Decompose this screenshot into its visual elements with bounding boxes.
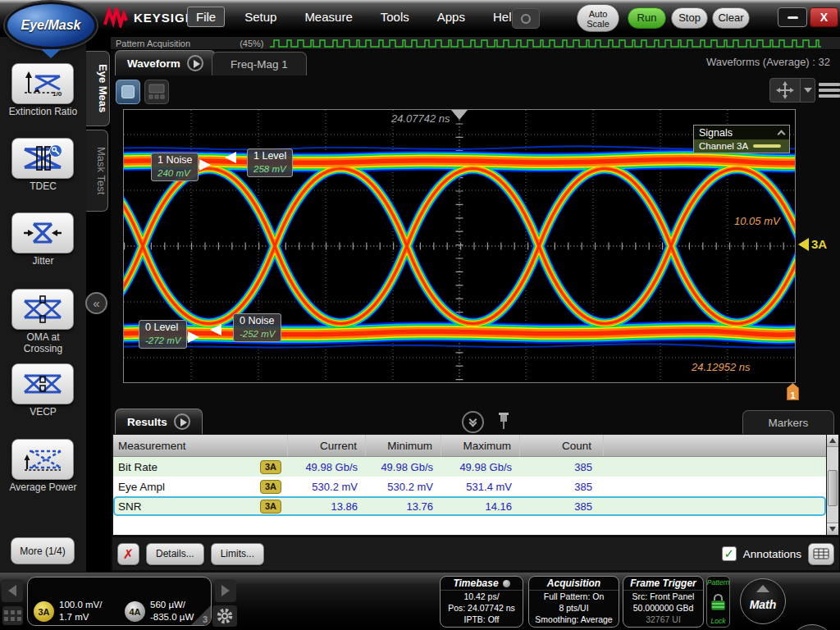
annotation-0-noise[interactable]: 0 Noise-252 mV: [233, 313, 281, 342]
source-badge: 3A: [260, 500, 281, 514]
col-measurement[interactable]: Measurement: [113, 435, 288, 456]
channel-settings-button[interactable]: [212, 605, 237, 627]
annotation-0-level[interactable]: 0 Level-272 mV: [139, 320, 187, 349]
pin-button[interactable]: [498, 411, 509, 432]
details-button[interactable]: Details...: [146, 543, 204, 565]
tab-markers[interactable]: Markers: [742, 410, 834, 434]
channel-3a-badge[interactable]: 3A: [34, 601, 54, 622]
delete-measurement-button[interactable]: [117, 543, 139, 565]
arrow-right-icon: [221, 585, 230, 596]
run-button[interactable]: Run: [628, 7, 666, 29]
signals-legend-title: Signals: [699, 127, 733, 139]
svg-text:1/0: 1/0: [52, 90, 62, 98]
play-circle-icon[interactable]: [174, 413, 190, 430]
tool-oma-at-crossing[interactable]: [11, 289, 74, 330]
tab-eye-meas[interactable]: Eye Meas: [86, 51, 110, 126]
chevron-up-icon[interactable]: [778, 130, 786, 139]
channel-pages-button[interactable]: [2, 606, 23, 625]
channel-3a-marker[interactable]: 3A: [798, 237, 827, 251]
level-readout: 10.05 mV: [734, 215, 780, 227]
channels-next-button[interactable]: [215, 579, 236, 602]
single-view-button[interactable]: [116, 80, 140, 104]
source-badge: 3A: [260, 480, 281, 494]
acquisition-percent: (45%): [240, 39, 263, 48]
more-tools-button[interactable]: More (1/4): [11, 537, 75, 564]
annotation-1-level[interactable]: 1 Level258 mV: [247, 148, 293, 177]
close-button[interactable]: X: [810, 7, 838, 27]
minimize-button[interactable]: [778, 7, 807, 27]
menu-tools[interactable]: Tools: [372, 7, 418, 26]
display-menu-button[interactable]: [819, 78, 840, 103]
jitter-icon: [23, 220, 62, 246]
table-row[interactable]: Eye Ampl3A 530.2 mV 530.2 mV 531.4 mV 38…: [113, 477, 826, 496]
pan-options-dropdown[interactable]: [801, 78, 815, 103]
screenshot-button[interactable]: [512, 8, 540, 29]
tool-jitter[interactable]: [11, 212, 74, 253]
signals-legend-channel[interactable]: Channel 3A: [694, 139, 789, 153]
channel-marker-icon: [798, 238, 809, 251]
menu-file[interactable]: File: [187, 7, 225, 27]
gear-icon: [216, 607, 234, 625]
tool-extinction-ratio[interactable]: 1/0: [11, 63, 74, 104]
collapse-sidebar-button[interactable]: [85, 292, 107, 314]
channel-4a-badge[interactable]: 4A: [125, 601, 145, 622]
clear-button[interactable]: Clear: [712, 7, 750, 29]
scroll-down-button[interactable]: [827, 523, 838, 535]
tab-waveform[interactable]: Waveform: [115, 50, 216, 75]
marker-right-icon: [199, 159, 211, 171]
annotation-table-button[interactable]: [808, 543, 834, 565]
stop-button[interactable]: Stop: [671, 7, 708, 29]
collapse-results-button[interactable]: [462, 411, 484, 433]
marker-flag-1[interactable]: 1: [787, 383, 799, 400]
time-marker-icon[interactable]: [451, 110, 468, 120]
table-scrollbar[interactable]: [827, 434, 839, 536]
limits-button[interactable]: Limits...: [211, 543, 264, 565]
page-number-badge: 3: [203, 614, 208, 624]
play-circle-icon[interactable]: [187, 55, 203, 71]
tab-freq-mag[interactable]: Freq-Mag 1: [212, 52, 307, 75]
scroll-up-button[interactable]: [827, 435, 838, 447]
math-button[interactable]: Math: [740, 578, 786, 624]
arrow-up-icon: [756, 585, 769, 592]
channel-3a-scale: 100.0 mV/1.7 mV: [59, 599, 102, 623]
acquisition-label: Pattern Acquisition: [116, 39, 190, 48]
timebase-panel[interactable]: Timebase 10.42 ps/ Pos: 24.07742 ns IPTB…: [440, 576, 523, 628]
mode-label: Eye/Mask: [21, 18, 81, 33]
eye-mask-logo[interactable]: Eye/Mask: [5, 2, 97, 49]
table-row[interactable]: Bit Rate3A 49.98 Gb/s 49.98 Gb/s 49.98 G…: [113, 457, 826, 477]
waveforms-counter: Waveforms (Average) : 32: [706, 56, 830, 68]
pattern-acquisition-bar: Pattern Acquisition (45%): [111, 37, 840, 50]
channel-scales-panel[interactable]: 3A 100.0 mV/1.7 mV 4A 560 µW/-835.0 µW 3: [27, 577, 212, 626]
timebase-position-readout: 24.07742 ns: [391, 112, 450, 125]
tool-tdec[interactable]: [11, 138, 74, 179]
col-count[interactable]: Count: [520, 435, 604, 456]
auto-scale-button[interactable]: Auto Scale: [577, 4, 619, 32]
col-current[interactable]: Current: [288, 435, 366, 456]
frame-trigger-panel[interactable]: Frame Trigger Src: Front Panel 50.000000…: [623, 576, 704, 628]
channels-prev-button[interactable]: [2, 579, 23, 602]
signals-legend[interactable]: Signals Channel 3A: [693, 125, 790, 153]
tool-average-power[interactable]: [11, 439, 74, 480]
eye-diagram-plot[interactable]: 24.07742 ns 1 Noise240 mV 1 Level258 mV …: [123, 109, 796, 383]
annotation-1-noise[interactable]: 1 Noise240 mV: [151, 153, 199, 181]
marker-right-icon: [188, 331, 199, 343]
tool-vecp[interactable]: [11, 363, 74, 404]
menu-setup[interactable]: Setup: [236, 7, 285, 26]
eye-waveform: [124, 146, 795, 348]
signals-button[interactable]: Signals: [789, 624, 835, 630]
tab-mask-test[interactable]: Mask Test: [86, 130, 108, 212]
pattern-label: Pattern: [707, 578, 729, 587]
col-maximum[interactable]: Maximum: [441, 435, 520, 456]
pan-button[interactable]: [769, 78, 801, 103]
acquisition-panel[interactable]: Acquisition Full Pattern: On 8 pts/UI Sm…: [528, 576, 619, 628]
padlock-icon: [711, 594, 725, 610]
col-minimum[interactable]: Minimum: [366, 435, 441, 456]
tab-results[interactable]: Results: [115, 409, 203, 434]
menu-measure[interactable]: Measure: [296, 7, 360, 26]
menu-apps[interactable]: Apps: [429, 7, 473, 26]
scroll-thumb[interactable]: [828, 470, 838, 506]
table-row-selected[interactable]: SNR3A 13.86 13.76 14.16 385: [113, 496, 826, 516]
pattern-lock-button[interactable]: Pattern Lock: [706, 576, 730, 628]
grid-view-button[interactable]: [144, 80, 169, 104]
annotations-checkbox[interactable]: [722, 546, 737, 561]
